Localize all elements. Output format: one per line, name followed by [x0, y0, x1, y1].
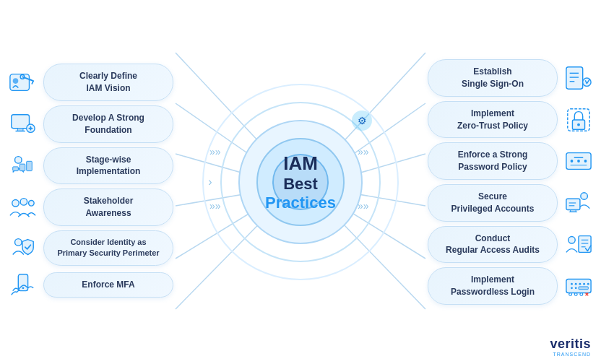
svg-point-51 — [571, 160, 574, 162]
logo-veritis-text: veritis — [550, 337, 591, 352]
main-container: »» »» »» »» ⚙ › — [0, 0, 601, 364]
left-item-1: Clearly DefineIAM Vision — [7, 64, 173, 101]
key-document-icon — [563, 63, 594, 93]
right-item-3: Enforce a StrongPassword Policy — [428, 142, 594, 180]
right-item-2: ImplementZero-Trust Policy — [428, 101, 594, 139]
right-item-4: SecurePrivileged Accounts — [428, 184, 594, 222]
key-person-icon — [7, 67, 38, 98]
person-shield-icon — [7, 233, 38, 263]
svg-rect-74 — [579, 287, 588, 290]
svg-rect-24 — [10, 74, 30, 91]
left-item-6: Enforce MFA — [7, 270, 173, 300]
left-label-2: Develop A StrongFoundation — [43, 105, 173, 143]
monitor-gear-icon — [7, 109, 38, 139]
svg-point-72 — [571, 287, 573, 289]
svg-point-49 — [577, 123, 580, 126]
svg-point-55 — [581, 193, 588, 200]
svg-text:⚙: ⚙ — [358, 115, 367, 126]
svg-point-73 — [575, 287, 577, 289]
svg-point-69 — [579, 283, 581, 285]
svg-point-32 — [15, 157, 22, 164]
svg-rect-42 — [566, 67, 583, 89]
keyboard-dots-icon — [563, 271, 594, 301]
center-iam: IAM — [265, 152, 336, 175]
right-column: EstablishSingle Sign-On ImplementZero-Tr… — [428, 59, 594, 305]
lock-dotted-icon — [563, 105, 594, 135]
left-column: Clearly DefineIAM Vision Develop A Stron… — [7, 64, 173, 300]
left-label-6: Enforce MFA — [43, 272, 173, 298]
hand-device-icon — [7, 270, 38, 300]
svg-point-36 — [12, 200, 20, 207]
svg-point-31 — [30, 127, 33, 130]
left-item-2: Develop A StrongFoundation — [7, 105, 173, 143]
left-label-5: Consider Identity asPrimary Security Per… — [43, 230, 173, 266]
svg-point-41 — [22, 287, 25, 289]
svg-rect-66 — [566, 279, 591, 292]
right-item-1: EstablishSingle Sign-On — [428, 59, 594, 97]
left-label-4: StakeholderAwareness — [43, 188, 173, 226]
logo-transcend-text: transcend — [553, 352, 591, 357]
svg-rect-56 — [566, 199, 580, 209]
svg-rect-34 — [20, 165, 25, 172]
svg-point-67 — [571, 283, 573, 285]
right-item-6: ImplementPasswordless Login — [428, 267, 594, 305]
left-item-5: Consider Identity asPrimary Security Per… — [7, 230, 173, 266]
person-list-icon — [563, 229, 594, 259]
center-practices: Practices — [265, 194, 336, 212]
center-best: Best — [265, 175, 336, 194]
left-item-4: StakeholderAwareness — [7, 188, 173, 226]
center-text: IAM Best Practices — [265, 152, 336, 212]
person-gear-icon — [7, 150, 38, 181]
svg-rect-35 — [27, 162, 33, 171]
right-label-3: Enforce a StrongPassword Policy — [428, 142, 558, 180]
svg-point-37 — [20, 199, 27, 206]
left-label-1: Clearly DefineIAM Vision — [43, 64, 173, 101]
right-label-4: SecurePrivileged Accounts — [428, 184, 558, 222]
svg-rect-62 — [579, 236, 591, 253]
svg-point-25 — [13, 79, 19, 84]
person-monitor-icon — [563, 188, 594, 218]
svg-point-61 — [568, 237, 576, 244]
right-label-5: ConductRegular Access Audits — [428, 226, 558, 264]
svg-point-53 — [584, 160, 587, 162]
logo: veritis transcend — [550, 337, 591, 357]
group-people-icon — [7, 192, 38, 222]
svg-point-39 — [15, 239, 22, 246]
svg-point-68 — [575, 283, 577, 285]
right-label-2: ImplementZero-Trust Policy — [428, 101, 558, 139]
center-area: ⚙ › IAM Best Practices — [199, 81, 402, 283]
svg-text:›: › — [208, 176, 212, 188]
left-item-3: Stage-wiseImplementation — [7, 147, 173, 185]
svg-point-71 — [587, 283, 589, 285]
right-item-5: ConductRegular Access Audits — [428, 226, 594, 264]
svg-point-70 — [583, 283, 585, 285]
svg-point-38 — [29, 201, 35, 207]
right-label-1: EstablishSingle Sign-On — [428, 59, 558, 97]
password-screen-icon — [563, 146, 594, 176]
svg-point-52 — [577, 160, 580, 162]
right-label-6: ImplementPasswordless Login — [428, 267, 558, 305]
svg-rect-33 — [13, 167, 19, 171]
left-label-3: Stage-wiseImplementation — [43, 147, 173, 185]
